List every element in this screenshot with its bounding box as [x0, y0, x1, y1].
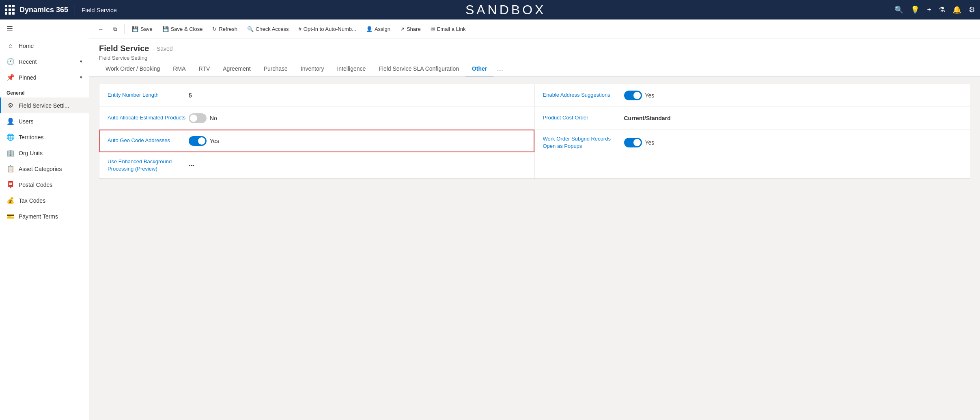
- bell-icon[interactable]: 🔔: [952, 5, 961, 14]
- waffle-menu[interactable]: [5, 5, 15, 15]
- sidebar-item-home[interactable]: ⌂ Home: [0, 38, 89, 54]
- enable-address-suggestions-toggle-container: Yes: [624, 91, 962, 100]
- tab-purchase[interactable]: Purchase: [257, 61, 294, 77]
- tab-bar: Work Order / Booking RMA RTV Agreement P…: [89, 61, 980, 77]
- sidebar-item-users[interactable]: 👤 Users: [0, 113, 89, 129]
- settings-icon-sidebar: ⚙: [6, 102, 15, 109]
- enable-address-suggestions-toggle[interactable]: [624, 91, 642, 100]
- check-access-button[interactable]: 🔍 Check Access: [243, 24, 293, 35]
- sidebar-item-tax-codes[interactable]: 💰 Tax Codes: [0, 193, 89, 208]
- new-tab-icon: ⧉: [113, 26, 117, 32]
- sidebar-item-tax-codes-label: Tax Codes: [19, 197, 45, 204]
- tab-more-button[interactable]: …: [493, 61, 506, 76]
- chevron-down-icon-pinned: ▾: [80, 75, 82, 80]
- recent-icon: 🕐: [6, 58, 15, 65]
- chevron-down-icon: ▾: [80, 59, 82, 64]
- save-button[interactable]: 💾 Save: [128, 24, 157, 35]
- toggle-thumb-geo: [198, 137, 205, 145]
- opt-in-button[interactable]: # Opt-In to Auto-Numb...: [295, 24, 360, 35]
- back-icon: ←: [98, 26, 103, 32]
- sidebar-hamburger[interactable]: ☰: [0, 19, 89, 38]
- tab-intelligence[interactable]: Intelligence: [330, 61, 372, 77]
- form-section-other: Entity Number Length 5 Auto Allocate Est…: [99, 84, 970, 179]
- sidebar-item-territories[interactable]: 🌐 Territories: [0, 129, 89, 145]
- sidebar-item-asset-categories[interactable]: 📋 Asset Categories: [0, 161, 89, 177]
- tab-field-service-sla[interactable]: Field Service SLA Configuration: [372, 61, 465, 77]
- tab-rma[interactable]: RMA: [166, 61, 192, 77]
- lightbulb-icon[interactable]: 💡: [911, 5, 920, 14]
- work-order-subgrid-toggle-label: Yes: [645, 139, 655, 146]
- users-icon: 👤: [6, 117, 15, 125]
- work-order-subgrid-label: Work Order Subgrid Records Open as Popup…: [543, 135, 624, 150]
- auto-geo-code-toggle-label: Yes: [210, 138, 219, 144]
- field-use-enhanced-background: Use Enhanced Background Processing (Prev…: [99, 152, 534, 178]
- field-product-cost-order: Product Cost Order Current/Standard: [535, 107, 970, 130]
- field-auto-allocate: Auto Allocate Estimated Products No: [99, 107, 534, 130]
- sidebar-item-asset-categories-label: Asset Categories: [19, 166, 62, 172]
- share-button[interactable]: ↗ Share: [396, 24, 425, 35]
- saved-badge: - Saved: [153, 45, 172, 52]
- form-body: Entity Number Length 5 Auto Allocate Est…: [89, 77, 980, 420]
- sidebar-item-pinned-label: Pinned: [19, 74, 37, 81]
- tab-work-order-booking[interactable]: Work Order / Booking: [99, 61, 166, 77]
- auto-geo-code-label: Auto Geo Code Addresses: [108, 137, 189, 144]
- postal-icon: 📮: [6, 181, 15, 188]
- save-close-button[interactable]: 💾 Save & Close: [158, 24, 207, 35]
- form-left-column: Entity Number Length 5 Auto Allocate Est…: [99, 84, 535, 178]
- save-icon: 💾: [132, 26, 138, 32]
- brand-name[interactable]: Dynamics 365: [19, 6, 68, 14]
- form-header: Field Service - Saved Field Service Sett…: [89, 39, 980, 61]
- sidebar-item-org-units[interactable]: 🏢 Org Units: [0, 145, 89, 161]
- sidebar: ☰ ⌂ Home 🕐 Recent ▾ 📌 Pinned ▾ General ⚙…: [0, 19, 89, 420]
- new-tab-button[interactable]: ⧉: [109, 24, 121, 35]
- email-link-button[interactable]: ✉ Email a Link: [426, 24, 470, 35]
- refresh-button[interactable]: ↻ Refresh: [208, 24, 241, 35]
- field-entity-number-length: Entity Number Length 5: [99, 84, 534, 107]
- search-icon[interactable]: 🔍: [894, 5, 903, 14]
- pin-icon: 📌: [6, 74, 15, 81]
- enable-address-suggestions-label: Enable Address Suggestions: [543, 91, 624, 99]
- top-nav: Dynamics 365 Field Service SANDBOX 🔍 💡 +…: [0, 0, 980, 19]
- form-title: Field Service: [99, 44, 149, 53]
- sidebar-item-field-service-settings[interactable]: ⚙ Field Service Setti...: [0, 97, 89, 113]
- nav-divider: [75, 5, 75, 15]
- assign-button[interactable]: 👤 Assign: [362, 24, 394, 35]
- sidebar-item-recent[interactable]: 🕐 Recent ▾: [0, 54, 89, 69]
- tab-agreement[interactable]: Agreement: [216, 61, 257, 77]
- auto-allocate-toggle-container: No: [189, 113, 526, 123]
- main-layout: ☰ ⌂ Home 🕐 Recent ▾ 📌 Pinned ▾ General ⚙…: [0, 19, 980, 420]
- sidebar-item-territories-label: Territories: [19, 134, 43, 141]
- work-order-subgrid-toggle[interactable]: [624, 138, 642, 147]
- command-bar: ← ⧉ 💾 Save 💾 Save & Close ↻ Refresh 🔍 Ch…: [89, 19, 980, 39]
- top-nav-icons: 🔍 💡 + ⚗ 🔔 ⚙: [894, 5, 975, 14]
- sidebar-item-payment-terms[interactable]: 💳 Payment Terms: [0, 208, 89, 224]
- toggle-thumb-subgrid: [633, 139, 641, 146]
- auto-geo-code-toggle[interactable]: [189, 136, 207, 146]
- use-enhanced-background-value: ---: [189, 162, 526, 169]
- sidebar-item-recent-label: Recent: [19, 58, 37, 65]
- sidebar-item-postal-codes[interactable]: 📮 Postal Codes: [0, 177, 89, 193]
- field-work-order-subgrid: Work Order Subgrid Records Open as Popup…: [535, 130, 970, 156]
- filter-icon[interactable]: ⚗: [939, 5, 945, 14]
- globe-icon: 🌐: [6, 133, 15, 141]
- tab-rtv[interactable]: RTV: [192, 61, 216, 77]
- toggle-thumb-address: [633, 92, 641, 99]
- work-order-subgrid-toggle-container: Yes: [624, 138, 962, 147]
- settings-icon[interactable]: ⚙: [969, 5, 975, 14]
- hash-icon: #: [299, 26, 302, 32]
- auto-allocate-toggle[interactable]: [189, 113, 207, 123]
- add-icon[interactable]: +: [927, 6, 931, 14]
- product-cost-order-value: Current/Standard: [624, 115, 962, 121]
- tab-other[interactable]: Other: [465, 61, 493, 77]
- content-area: ← ⧉ 💾 Save 💾 Save & Close ↻ Refresh 🔍 Ch…: [89, 19, 980, 420]
- toggle-thumb: [190, 115, 197, 122]
- tax-icon: 💰: [6, 197, 15, 204]
- tab-inventory[interactable]: Inventory: [294, 61, 331, 77]
- back-button[interactable]: ←: [94, 24, 108, 35]
- save-close-icon: 💾: [162, 26, 169, 32]
- auto-geo-code-toggle-container: Yes: [189, 136, 526, 146]
- sidebar-item-postal-codes-label: Postal Codes: [19, 182, 52, 188]
- email-icon: ✉: [431, 26, 435, 32]
- sidebar-item-pinned[interactable]: 📌 Pinned ▾: [0, 69, 89, 85]
- home-icon: ⌂: [6, 42, 15, 50]
